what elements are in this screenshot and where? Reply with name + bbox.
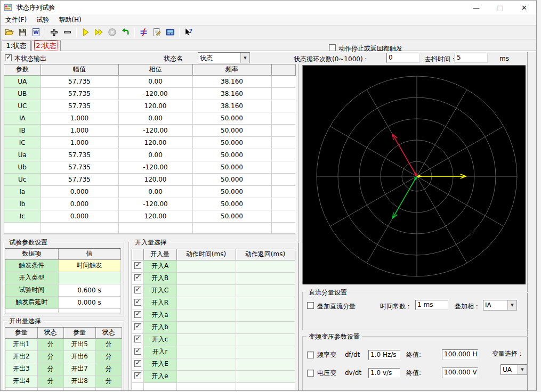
debounce-input[interactable]: 5: [455, 53, 488, 63]
action-return-cell[interactable]: [236, 272, 295, 284]
param-cell[interactable]: IA: [4, 112, 41, 124]
state-output-checkbox[interactable]: [5, 54, 12, 61]
frequency-cell[interactable]: 50.000: [192, 161, 271, 173]
param-cell[interactable]: IC: [4, 136, 41, 149]
param-cell[interactable]: Ib: [4, 198, 41, 210]
frequency-cell[interactable]: 50.000: [192, 185, 271, 198]
amplitude-cell[interactable]: 0.000: [41, 198, 118, 210]
phase-cell[interactable]: -120.00: [118, 124, 192, 136]
phase-cell[interactable]: 120.00: [118, 100, 192, 112]
minimize-button[interactable]: —: [464, 1, 488, 14]
phase-cell[interactable]: 120.00: [118, 136, 192, 149]
action-time-cell[interactable]: [176, 370, 236, 382]
output-state[interactable]: 分: [37, 350, 63, 363]
loop-count-input[interactable]: 0: [386, 53, 419, 63]
phase-cell[interactable]: 0.00: [118, 75, 192, 87]
vf-final-input[interactable]: 100.000 Hz: [442, 349, 478, 360]
output-state[interactable]: 分: [95, 375, 122, 387]
action-time-cell[interactable]: [176, 358, 236, 370]
action-return-cell[interactable]: [236, 333, 295, 346]
vf-rate-input[interactable]: 1.0 Hz/s: [368, 350, 400, 360]
fast-forward-button[interactable]: [92, 26, 106, 38]
input-checkbox[interactable]: [134, 311, 141, 318]
superimpose-phase-select[interactable]: IA ▼: [483, 300, 517, 311]
param-cell[interactable]: Ic: [4, 210, 41, 222]
param-cell[interactable]: IB: [4, 124, 41, 136]
output-state[interactable]: 分: [95, 350, 122, 363]
output-state[interactable]: 分: [37, 363, 63, 375]
test-param-value[interactable]: [58, 272, 120, 284]
input-checkbox[interactable]: [134, 323, 141, 330]
vf-final-input[interactable]: 100.000 V: [442, 368, 478, 378]
amplitude-cell[interactable]: 1.000: [41, 112, 118, 124]
input-checkbox[interactable]: [134, 299, 141, 306]
context-help-button[interactable]: ?: [182, 26, 195, 38]
frequency-cell[interactable]: 38.160: [192, 75, 271, 87]
variable-select[interactable]: UA ▼: [500, 364, 527, 375]
open-button[interactable]: [3, 26, 16, 38]
action-time-cell[interactable]: [176, 346, 236, 358]
action-return-cell[interactable]: [236, 284, 295, 297]
param-cell[interactable]: Ub: [4, 161, 41, 173]
action-return-cell[interactable]: [236, 358, 295, 370]
input-checkbox[interactable]: [134, 348, 141, 355]
tab-state-2[interactable]: 2:状态: [31, 40, 61, 51]
dc-superimpose-checkbox[interactable]: [307, 302, 314, 309]
trigger-on-return-checkbox[interactable]: [329, 44, 336, 51]
input-checkbox[interactable]: [134, 262, 141, 269]
action-time-cell[interactable]: [176, 260, 236, 272]
test-param-value[interactable]: 0.600 s: [58, 284, 120, 296]
phase-cell[interactable]: -120.00: [118, 87, 192, 100]
phase-cell[interactable]: -120.00: [118, 161, 192, 173]
export-word-button[interactable]: W: [29, 26, 43, 38]
action-time-cell[interactable]: [176, 284, 236, 297]
param-cell[interactable]: UB: [4, 87, 41, 100]
dropdown-arrow-icon[interactable]: ▼: [507, 300, 516, 310]
output-state[interactable]: 分: [95, 363, 122, 375]
phase-cell[interactable]: 0.00: [118, 112, 192, 124]
report-button[interactable]: [150, 26, 164, 38]
state-name-select[interactable]: 状态 ▼: [198, 52, 250, 63]
amplitude-cell[interactable]: 57.735: [41, 75, 118, 87]
amplitude-cell[interactable]: 57.735: [41, 87, 118, 100]
frequency-cell[interactable]: 50.000: [192, 198, 271, 210]
action-time-cell[interactable]: [176, 297, 236, 309]
frequency-cell[interactable]: 38.160: [192, 100, 271, 112]
amplitude-cell[interactable]: 57.735: [41, 161, 118, 173]
dropdown-arrow-icon[interactable]: ▼: [518, 365, 527, 374]
action-return-cell[interactable]: [236, 260, 295, 272]
amplitude-cell[interactable]: 0.000: [41, 210, 118, 222]
frequency-cell[interactable]: 50.000: [192, 173, 271, 185]
action-return-cell[interactable]: [236, 297, 295, 309]
display-button[interactable]: [164, 26, 177, 38]
phase-cell[interactable]: -120.00: [118, 198, 192, 210]
action-return-cell[interactable]: [236, 346, 295, 358]
input-checkbox[interactable]: [134, 360, 141, 367]
action-return-cell[interactable]: [236, 370, 295, 382]
frequency-cell[interactable]: 50.000: [192, 149, 271, 161]
dropdown-arrow-icon[interactable]: ▼: [240, 53, 249, 63]
amplitude-cell[interactable]: 57.735: [41, 149, 118, 161]
param-cell[interactable]: Ia: [4, 185, 41, 198]
test-param-value[interactable]: 0.000 s: [58, 296, 120, 308]
action-time-cell[interactable]: [176, 272, 236, 284]
menu-test[interactable]: 试验: [31, 14, 54, 26]
output-state[interactable]: 分: [37, 338, 63, 350]
menu-help[interactable]: 帮助(H): [54, 14, 86, 26]
test-param-value[interactable]: 时间触发: [58, 259, 120, 272]
phase-cell[interactable]: 0.00: [118, 185, 192, 198]
input-checkbox[interactable]: [134, 287, 141, 293]
output-state[interactable]: 分: [95, 338, 122, 350]
action-time-cell[interactable]: [176, 333, 236, 346]
frequency-cell[interactable]: 38.160: [192, 87, 271, 100]
param-cell[interactable]: Ua: [4, 149, 41, 161]
action-return-cell[interactable]: [236, 309, 295, 321]
amplitude-cell[interactable]: 57.735: [41, 100, 118, 112]
input-checkbox[interactable]: [134, 372, 141, 379]
output-state[interactable]: 分: [37, 375, 63, 387]
time-constant-input[interactable]: 1 ms: [415, 300, 448, 310]
phase-cell[interactable]: 0.00: [118, 149, 192, 161]
frequency-cell[interactable]: 50.000: [192, 124, 271, 136]
start-button[interactable]: [79, 26, 92, 38]
menu-file[interactable]: 文件(F): [1, 14, 31, 26]
